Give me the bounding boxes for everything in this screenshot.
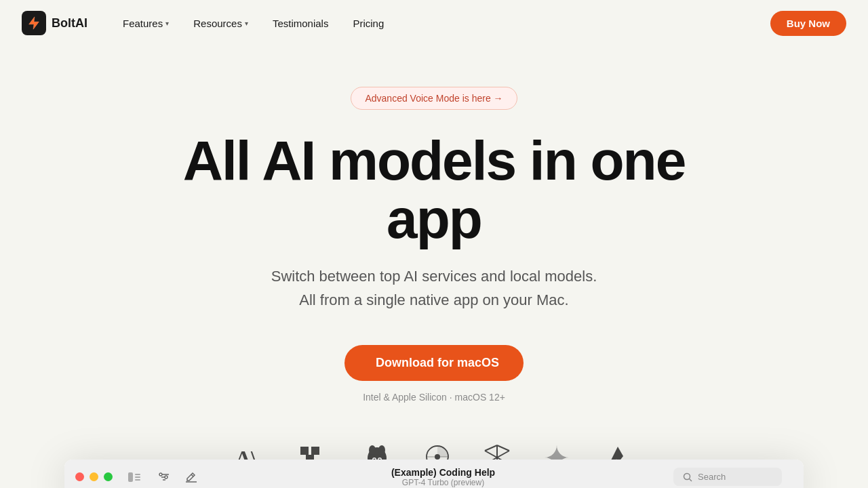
search-input[interactable]: Search (698, 472, 726, 482)
nav-links: Features ▾ Resources ▾ Testimonials Pric… (112, 12, 770, 35)
window-titlebar: (Example) Coding Help GPT-4 Turbo (previ… (64, 460, 804, 488)
svg-line-36 (690, 479, 692, 481)
nav-testimonials[interactable]: Testimonials (262, 12, 340, 35)
filter-icon[interactable] (153, 466, 175, 488)
hero-section: Advanced Voice Mode is here → All AI mod… (0, 46, 868, 472)
svg-marker-0 (29, 17, 39, 29)
app-window-preview: (Example) Coding Help GPT-4 Turbo (previ… (64, 460, 804, 488)
logo[interactable]: BoltAI (22, 11, 87, 35)
svg-point-9 (378, 445, 385, 455)
svg-point-32 (165, 476, 167, 479)
svg-rect-27 (135, 479, 140, 481)
svg-rect-3 (311, 447, 319, 455)
window-controls (75, 472, 113, 481)
window-left-icons (153, 466, 202, 488)
window-maximize-button[interactable] (104, 472, 113, 481)
window-close-button[interactable] (75, 472, 84, 481)
window-minimize-button[interactable] (90, 472, 98, 481)
logo-text: BoltAI (52, 16, 87, 30)
svg-point-31 (159, 473, 162, 476)
chevron-down-icon: ▾ (245, 20, 248, 27)
svg-point-35 (684, 473, 690, 479)
svg-line-16 (485, 445, 497, 451)
nav-pricing[interactable]: Pricing (342, 12, 395, 35)
svg-rect-2 (300, 447, 309, 455)
new-chat-icon[interactable] (180, 466, 202, 488)
navbar: BoltAI Features ▾ Resources ▾ Testimonia… (0, 0, 868, 46)
logo-icon (22, 11, 46, 35)
hero-subtitle: Switch between top AI services and local… (271, 264, 597, 312)
chevron-down-icon: ▾ (165, 20, 169, 27)
svg-rect-24 (128, 472, 133, 482)
window-chat-title: (Example) Coding Help (391, 467, 495, 478)
window-chat-model: GPT-4 Turbo (preview) (402, 478, 484, 487)
window-center: (Example) Coding Help GPT-4 Turbo (previ… (213, 467, 673, 487)
sidebar-toggle-button[interactable] (123, 466, 145, 488)
hero-title: All AI models in one app (129, 131, 739, 248)
svg-line-19 (497, 451, 509, 458)
nav-features[interactable]: Features ▾ (112, 12, 180, 35)
buy-now-button[interactable]: Buy Now (770, 11, 846, 36)
window-search-bar[interactable]: Search (673, 468, 782, 486)
svg-rect-25 (135, 474, 140, 475)
svg-point-8 (369, 445, 376, 455)
compatibility-text: Intel & Apple Silicon · macOS 12+ (363, 392, 505, 403)
svg-line-17 (497, 445, 509, 451)
svg-line-18 (485, 451, 497, 458)
window-chat-info: (Example) Coding Help GPT-4 Turbo (previ… (391, 467, 495, 487)
svg-rect-26 (135, 476, 140, 478)
download-button[interactable]: Download for macOS (344, 345, 524, 381)
voice-mode-badge[interactable]: Advanced Voice Mode is here → (351, 87, 517, 110)
nav-resources[interactable]: Resources ▾ (182, 12, 259, 35)
svg-line-33 (191, 474, 193, 476)
